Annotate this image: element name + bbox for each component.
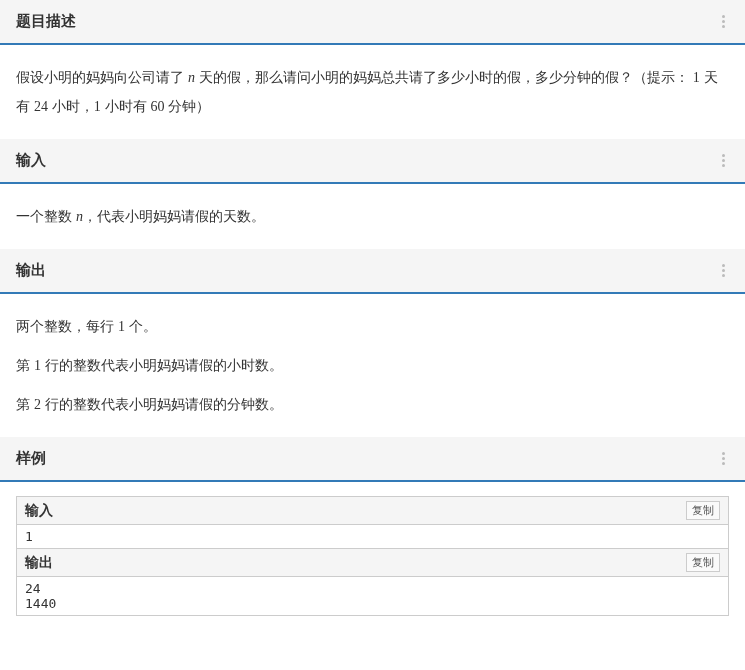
- copy-button[interactable]: 复制: [686, 553, 720, 572]
- sample-box: 输入 复制 1 输出 复制 24 1440: [16, 496, 729, 616]
- sample-output-label-row: 输出 复制: [17, 549, 728, 577]
- sample-output-label: 输出: [25, 554, 53, 572]
- section-header-description: 题目描述: [0, 0, 745, 45]
- section-body-description: 假设小明的妈妈向公司请了 n 天的假，那么请问小明的妈妈总共请了多少小时的假，多…: [0, 45, 745, 139]
- section-body-input: 一个整数 n，代表小明妈妈请假的天数。: [0, 184, 745, 249]
- section-header-output: 输出: [0, 249, 745, 294]
- section-header-sample: 样例: [0, 437, 745, 482]
- sample-input-label: 输入: [25, 502, 53, 520]
- output-line: 两个整数，每行 1 个。: [16, 312, 729, 341]
- copy-button[interactable]: 复制: [686, 501, 720, 520]
- input-text: 一个整数 n，代表小明妈妈请假的天数。: [16, 202, 729, 231]
- more-icon[interactable]: [718, 262, 729, 279]
- output-line: 第 1 行的整数代表小明妈妈请假的小时数。: [16, 351, 729, 380]
- section-title-description: 题目描述: [16, 12, 76, 31]
- section-header-input: 输入: [0, 139, 745, 184]
- description-text: 假设小明的妈妈向公司请了 n 天的假，那么请问小明的妈妈总共请了多少小时的假，多…: [16, 63, 729, 121]
- section-body-output: 两个整数，每行 1 个。 第 1 行的整数代表小明妈妈请假的小时数。 第 2 行…: [0, 294, 745, 437]
- sample-output-data: 24 1440: [17, 577, 728, 615]
- more-icon[interactable]: [718, 152, 729, 169]
- sample-input-label-row: 输入 复制: [17, 497, 728, 525]
- more-icon[interactable]: [718, 13, 729, 30]
- sample-input-data: 1: [17, 525, 728, 549]
- section-title-input: 输入: [16, 151, 46, 170]
- output-line: 第 2 行的整数代表小明妈妈请假的分钟数。: [16, 390, 729, 419]
- section-title-output: 输出: [16, 261, 46, 280]
- more-icon[interactable]: [718, 450, 729, 467]
- section-title-sample: 样例: [16, 449, 46, 468]
